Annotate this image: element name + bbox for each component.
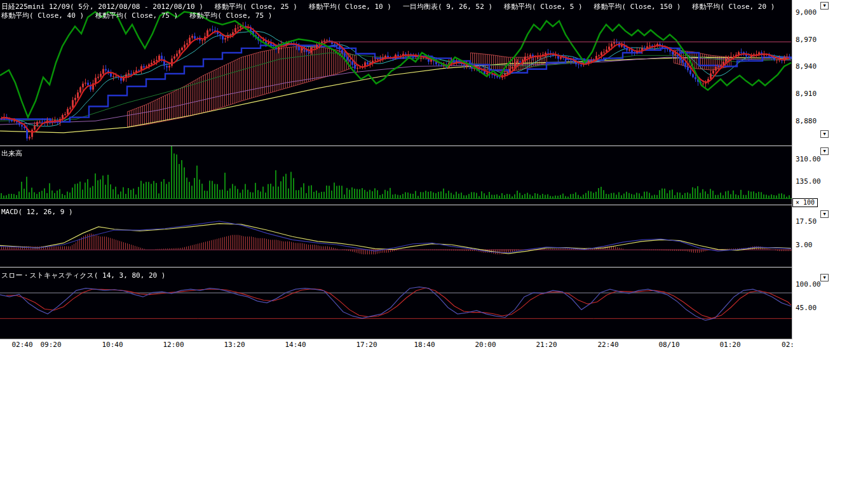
legend-item: 移動平均( Close, 25 ): [215, 2, 297, 11]
time-axis-label: 08/10: [658, 341, 679, 349]
y-axis-tick-label: 3.00: [796, 241, 813, 249]
legend-item: 移動平均( Close, 150 ): [594, 2, 681, 11]
chart-application-window: 日経225mini 12/09( 5分, 2012/08/08 - 2012/0…: [0, 0, 868, 488]
time-axis-label: 10:40: [102, 341, 123, 349]
time-axis-label: 21:20: [536, 341, 557, 349]
macd-pane-scroll-button[interactable]: ▼: [820, 210, 829, 218]
chart-panes-container: 日経225mini 12/09( 5分, 2012/08/08 - 2012/0…: [0, 0, 792, 339]
y-axis-tick-label: 9,000: [796, 8, 817, 17]
time-axis-label: 20:00: [475, 341, 496, 349]
down-arrow-icon: ▼: [823, 149, 825, 154]
stoch-pane-title: スロー・ストキャスティクス( 14, 3, 80, 20 ): [1, 271, 165, 280]
time-axis: 02:4009:2010:4012:0013:2014:4017:2018:40…: [0, 341, 794, 351]
time-axis-label: 01:20: [719, 341, 740, 349]
y-axis-labels: 9,0008,9708,9408,9108,880310.00135.0017.…: [794, 0, 865, 356]
pane-divider: [0, 146, 792, 146]
time-axis-label: 13:20: [224, 341, 245, 349]
down-arrow-icon: ▼: [823, 3, 825, 8]
time-axis-label: 22:40: [597, 341, 618, 349]
y-axis-tick-label: 8,880: [796, 117, 817, 125]
y-axis-tick-label: 135.00: [796, 177, 821, 186]
legend-item: 移動平均( Close, 10 ): [309, 2, 391, 11]
price-pane-top-scroll-button[interactable]: ▼: [820, 2, 829, 10]
legend-item: 一目均衡表( 9, 26, 52 ): [403, 2, 492, 11]
time-axis-label: 17:20: [356, 341, 377, 349]
price-pane-bottom-scroll-button[interactable]: ▼: [820, 130, 829, 138]
down-arrow-icon: ▼: [823, 212, 825, 217]
time-axis-label: 12:00: [163, 341, 184, 349]
volume-pane-title: 出来高: [1, 149, 22, 158]
pane-divider: [0, 205, 792, 205]
y-axis-tick-label: 8,910: [796, 90, 817, 98]
pane-divider: [0, 267, 792, 268]
chart-title: 日経225mini 12/09( 5分, 2012/08/08 - 2012/0…: [1, 2, 203, 11]
macd-pane-title: MACD( 12, 26, 9 ): [1, 208, 73, 216]
time-axis-label: 02:: [782, 341, 794, 349]
y-axis-tick-label: 310.00: [796, 155, 821, 163]
time-axis-label: 09:20: [40, 341, 61, 349]
price-pane-canvas[interactable]: [0, 0, 792, 146]
y-axis-tick-label: 45.00: [796, 304, 817, 312]
y-axis-tick-label: 100.00: [796, 280, 821, 288]
indicator-legend-row-2: 移動平均( Close, 40 )移動平均( Close, 75 )移動平均( …: [1, 11, 272, 20]
y-axis-tick-label: 17.50: [796, 217, 817, 226]
time-axis-label: 14:40: [285, 341, 306, 349]
legend-item: 移動平均( Close, 75 ): [95, 11, 178, 20]
y-axis-tick-label: 8,940: [796, 62, 817, 71]
legend-item: 移動平均( Close, 40 ): [1, 11, 84, 20]
volume-pane-canvas[interactable]: [0, 146, 792, 205]
legend-item: 移動平均( Close, 20 ): [692, 2, 775, 11]
down-arrow-icon: ▼: [823, 132, 825, 137]
y-axis-tick-label: 8,970: [796, 36, 817, 44]
volume-pane-scroll-button[interactable]: ▼: [820, 147, 829, 155]
legend-item: 移動平均( Close, 5 ): [504, 2, 582, 11]
volume-unit-badge: × 100: [792, 198, 818, 207]
macd-pane-canvas[interactable]: [0, 205, 792, 267]
down-arrow-icon: ▼: [823, 275, 825, 280]
time-axis-label: 02:40: [11, 341, 32, 349]
time-axis-label: 18:40: [414, 341, 435, 349]
legend-item: 移動平均( Close, 75 ): [189, 11, 272, 20]
stoch-pane-scroll-button[interactable]: ▼: [820, 274, 829, 281]
indicator-legend-row-1: 日経225mini 12/09( 5分, 2012/08/08 - 2012/0…: [1, 2, 775, 11]
